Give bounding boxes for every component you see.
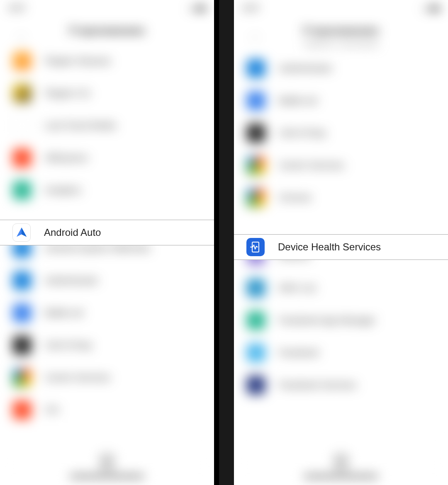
app-name: Carrier Services xyxy=(279,160,344,171)
back-arrow[interactable]: ← xyxy=(17,31,27,43)
app-name: Last Cloud Media xyxy=(45,120,116,131)
app-row[interactable]: Battle.net xyxy=(0,297,214,329)
nav-dock-icon xyxy=(334,453,348,471)
app-name: Battle.net xyxy=(279,95,317,106)
app-icon xyxy=(12,271,32,290)
page-subtitle: Сведения о приложении xyxy=(234,41,448,48)
wifi-icon: ▲ xyxy=(421,5,428,12)
bottom-nav xyxy=(0,431,214,485)
android-auto-icon xyxy=(12,223,31,242)
back-arrow[interactable]: ← xyxy=(251,31,261,43)
app-icon xyxy=(246,279,265,298)
status-time: 10:47 xyxy=(8,5,25,12)
app-icon xyxy=(12,51,32,70)
battery-icon xyxy=(196,6,206,11)
app-name: Chr xyxy=(45,405,59,415)
app-icon xyxy=(246,156,265,175)
app-row[interactable]: Carrier Services xyxy=(234,149,448,182)
app-row[interactable]: Last Cloud Media xyxy=(0,109,214,142)
app-icon xyxy=(246,188,265,207)
app-icon xyxy=(12,181,32,200)
app-name: Call of Duty xyxy=(45,340,92,351)
app-name: Carrier Services xyxy=(45,372,110,383)
app-icon xyxy=(12,400,32,420)
app-list-after: DiscordDMV ListFacebook App ManagerFaceb… xyxy=(234,240,448,401)
screen-divider xyxy=(219,0,234,485)
app-row[interactable]: Chr xyxy=(0,394,214,426)
app-icon xyxy=(12,116,32,135)
app-icon xyxy=(12,148,32,167)
app-icon xyxy=(246,343,265,362)
app-row[interactable]: Authenticator xyxy=(0,264,214,297)
app-name: Authenticator xyxy=(279,63,333,74)
status-bar: 10:47 ▲ xyxy=(234,0,448,17)
app-name: Facebook Services xyxy=(279,380,356,390)
app-icon xyxy=(12,336,32,355)
nav-home-bar[interactable] xyxy=(70,475,144,478)
app-name: Authenticator xyxy=(45,275,99,286)
app-row[interactable]: Call of Duty xyxy=(234,117,448,149)
app-row[interactable]: Analytics xyxy=(0,174,214,206)
app-name: Facebook App Manager xyxy=(279,315,376,326)
app-row[interactable]: Facebook App Manager xyxy=(234,304,448,337)
app-row[interactable]: Facebook Services xyxy=(234,369,448,401)
page-title: П приложениях xyxy=(234,17,448,45)
nav-home-bar[interactable] xyxy=(304,475,378,478)
app-name: AliExpress xyxy=(45,153,88,163)
app-row[interactable]: Facebook xyxy=(234,337,448,369)
device-health-icon xyxy=(246,238,265,256)
app-name-focused: Device Health Services xyxy=(278,241,381,253)
app-icon xyxy=(246,59,265,78)
app-row[interactable]: Яндекс Go xyxy=(0,77,214,109)
app-name: Яндекс Go xyxy=(45,88,90,99)
app-icon xyxy=(12,303,32,323)
app-name: Facebook xyxy=(279,347,319,358)
app-row-focused[interactable]: Android Auto xyxy=(0,220,214,245)
phone-screen-left: 10:47 ▲ ← П приложениях Яндекс МузыкаЯнд… xyxy=(0,0,214,485)
status-bar: 10:47 ▲ xyxy=(0,0,214,17)
bottom-nav xyxy=(234,431,448,485)
app-row[interactable]: AliExpress xyxy=(0,142,214,174)
status-time: 10:47 xyxy=(242,5,259,12)
app-name: DMV List xyxy=(279,283,316,293)
app-row[interactable]: Call of Duty xyxy=(0,329,214,361)
app-list-after: Android System WebViewAuthenticatorBattl… xyxy=(0,232,214,426)
app-list-before: AuthenticatorBattle.netCall of DutyCarri… xyxy=(234,52,448,214)
status-icons: ▲ xyxy=(421,5,440,12)
app-name-focused: Android Auto xyxy=(44,227,101,238)
app-row[interactable]: Яндекс Музыка xyxy=(0,45,214,77)
app-list-before: Яндекс МузыкаЯндекс GoLast Cloud MediaAl… xyxy=(0,45,214,206)
app-icon xyxy=(12,368,32,387)
app-row[interactable]: Battle.net xyxy=(234,85,448,117)
wifi-icon: ▲ xyxy=(187,5,194,12)
app-name: Яндекс Музыка xyxy=(45,56,110,66)
status-icons: ▲ xyxy=(187,5,206,12)
app-name: Call of Duty xyxy=(279,128,326,138)
app-name: Analytics xyxy=(45,185,81,196)
battery-icon xyxy=(430,6,440,11)
app-row[interactable]: Carrier Services xyxy=(0,361,214,394)
app-row[interactable]: Chrome xyxy=(234,182,448,214)
app-row[interactable]: DMV List xyxy=(234,272,448,304)
app-row[interactable]: Authenticator xyxy=(234,52,448,85)
app-icon xyxy=(12,84,32,103)
app-icon xyxy=(246,376,265,395)
app-icon xyxy=(246,124,265,143)
app-name: Chrome xyxy=(279,192,311,203)
nav-dock-icon xyxy=(100,453,114,471)
app-icon xyxy=(246,311,265,330)
phone-screen-right: 10:47 ▲ ← П приложениях Сведения о прило… xyxy=(234,0,448,485)
app-row-focused[interactable]: Device Health Services xyxy=(234,234,448,260)
app-icon xyxy=(246,91,265,110)
page-title: П приложениях xyxy=(0,17,214,45)
app-name: Battle.net xyxy=(45,308,83,318)
